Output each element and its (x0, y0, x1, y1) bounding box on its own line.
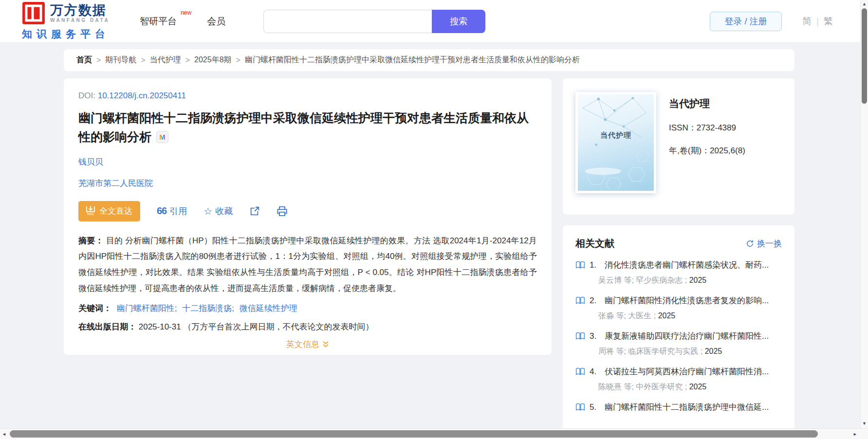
breadcrumb-separator: > (141, 56, 145, 65)
brand-tagline: 知识服务平台 (22, 27, 110, 41)
vertical-scrollbar-thumb[interactable] (862, 8, 867, 104)
related-item-title[interactable]: 幽门螺杆菌阳性消化性溃疡患者复发的影响... (605, 295, 769, 306)
cite-button[interactable]: 66 引用 (157, 205, 187, 217)
related-item-number: 3. (590, 331, 600, 341)
search-input[interactable] (263, 10, 432, 33)
horizontal-scrollbar-thumb[interactable] (10, 430, 818, 438)
english-info-toggle[interactable]: 英文信息 (286, 339, 329, 350)
related-item-number: 1. (590, 260, 600, 270)
metrics-m-badge[interactable]: M (156, 131, 168, 143)
keywords-label: 关键词： (78, 304, 111, 313)
related-item-title[interactable]: 伏诺拉生与阿莫西林治疗幽门螺杆菌阳性消... (605, 366, 769, 377)
issn-value: 2732-4389 (697, 123, 736, 132)
related-item-number: 2. (590, 296, 600, 306)
scroll-down-icon[interactable]: ▼ (861, 420, 868, 427)
related-item: 2. 幽门螺杆菌阳性消化性溃疡患者复发的影响... 张淼 等; 大医生 ; 20… (575, 295, 782, 321)
scroll-left-icon[interactable]: ◄ (2, 429, 6, 439)
book-icon (575, 332, 585, 340)
related-item: 3. 康复新液辅助四联疗法治疗幽门螺杆菌阳性... 周将 等; 临床医学研究与实… (575, 330, 782, 357)
abstract-label: 摘要： (78, 236, 104, 245)
vertical-scrollbar[interactable]: ▲ ▼ (860, 0, 868, 428)
book-icon (575, 403, 585, 411)
breadcrumb-item-home[interactable]: 首页 (76, 55, 92, 65)
search-button[interactable]: 搜索 (432, 10, 485, 33)
language-switch: 简 | 繁 (802, 15, 833, 28)
horizontal-scrollbar[interactable]: ◄ ► (0, 428, 868, 439)
fulltext-button[interactable]: free 全文直达 (78, 201, 140, 221)
related-articles-title: 相关文献 (575, 237, 614, 250)
related-articles-card: 相关文献 换一换 (563, 225, 794, 439)
related-item-year: 2025 (689, 276, 707, 284)
related-item-year: 2025 (705, 347, 722, 355)
header: 万方数据 WANFANG DATA 知识服务平台 智研平台 new 会员 搜索 … (0, 0, 868, 43)
journal-card: 当代护理 当代护理 ISSN：2732-4389 年,卷(期)：2025,6(8… (563, 78, 794, 215)
search-bar: 搜索 (263, 10, 485, 33)
author-link[interactable]: 钱贝贝 (78, 157, 103, 166)
publish-date: 2025-10-31 (139, 322, 181, 331)
lang-traditional[interactable]: 繁 (824, 15, 833, 28)
keyword-link[interactable]: 微信延续性护理 (240, 304, 297, 313)
scroll-up-icon[interactable]: ▲ (861, 0, 868, 8)
brand-name-en: WANFANG DATA (50, 18, 110, 23)
doi-link[interactable]: 10.12208/j.cn.20250411 (98, 91, 186, 100)
related-item-year: 2025 (658, 311, 676, 320)
related-item-number: 5. (590, 402, 600, 412)
publish-note: （万方平台首次上网日期，不代表论文的发表时间） (183, 322, 373, 331)
wanfang-logo-icon (22, 1, 45, 25)
login-register-button[interactable]: 登录 / 注册 (710, 12, 782, 31)
related-item: 1. 消化性溃疡患者幽门螺杆菌感染状况、耐药... 吴云博 等; 罕少疾病杂志 … (575, 259, 782, 286)
journal-name[interactable]: 当代护理 (669, 97, 745, 110)
article-title: 幽门螺杆菌阳性十二指肠溃疡护理中采取微信延续性护理干预对患者生活质量和依从性的影… (78, 109, 537, 146)
keywords-line: 关键词： 幽门螺杆菌阳性; 十二指肠溃疡; 微信延续性护理 (78, 303, 537, 314)
issn-label: ISSN： (669, 123, 697, 132)
volume-value: 2025,6(8) (710, 146, 745, 155)
institution-link[interactable]: 芜湖市第二人民医院 (78, 179, 153, 188)
refresh-related-button[interactable]: 换一换 (746, 238, 782, 249)
refresh-icon (746, 239, 754, 248)
right-sidebar: 当代护理 当代护理 ISSN：2732-4389 年,卷(期)：2025,6(8… (563, 78, 794, 439)
related-item: 4. 伏诺拉生与阿莫西林治疗幽门螺杆菌阳性消... 陈晓熹 等; 中外医学研究 … (575, 366, 782, 392)
related-item-meta: 张淼 等; 大医生 ; (598, 311, 658, 320)
keyword-link[interactable]: 幽门螺杆菌阳性; (117, 304, 177, 313)
publish-date-label: 在线出版日期： (78, 322, 136, 331)
print-button[interactable] (277, 206, 288, 217)
related-item-title[interactable]: 康复新液辅助四联疗法治疗幽门螺杆菌阳性... (605, 330, 769, 342)
volume-label: 年,卷(期)： (669, 146, 710, 155)
keyword-link[interactable]: 十二指肠溃疡; (182, 304, 234, 313)
book-icon (575, 367, 585, 376)
related-item-title[interactable]: 消化性溃疡患者幽门螺杆菌感染状况、耐药... (605, 259, 769, 271)
breadcrumb: 首页 > 期刊导航 > 当代护理 > 2025年8期 > 幽门螺杆菌阳性十二指肠… (64, 49, 794, 71)
double-chevron-down-icon (322, 341, 329, 348)
breadcrumb-separator: > (96, 56, 101, 65)
lang-divider: | (816, 16, 819, 27)
book-icon (575, 261, 585, 269)
favorite-button[interactable]: ☆ 收藏 (203, 205, 233, 217)
related-item-title[interactable]: 幽门螺杆菌阳性十二指肠溃疡护理中微信延... (605, 402, 769, 413)
nav-item-member[interactable]: 会员 (207, 15, 225, 28)
main-nav: 智研平台 new 会员 (140, 15, 225, 28)
related-item-year: 2025 (689, 383, 707, 391)
related-item-meta: 周将 等; 临床医学研究与实践 ; (598, 347, 705, 355)
related-item: 5. 幽门螺杆菌阳性十二指肠溃疡护理中微信延... (575, 402, 782, 413)
doi-label: DOI: (78, 91, 95, 100)
article-actions: free 全文直达 66 引用 ☆ 收藏 (78, 201, 537, 221)
share-button[interactable] (249, 206, 260, 217)
print-icon (277, 206, 288, 217)
scroll-right-icon[interactable]: ► (853, 429, 857, 439)
related-item-number: 4. (590, 367, 600, 377)
article-card: DOI: 10.12208/j.cn.20250411 幽门螺杆菌阳性十二指肠溃… (64, 78, 552, 355)
abstract: 摘要： 目的 分析幽门螺杆菌（HP）阳性十二指肠溃疡护理中采取微信延续性护理的效… (78, 233, 537, 297)
related-item-meta: 陈晓熹 等; 中外医学研究 ; (598, 383, 689, 391)
breadcrumb-item-journal[interactable]: 当代护理 (150, 55, 181, 65)
wanfang-logo[interactable]: 万方数据 WANFANG DATA 知识服务平台 (22, 1, 110, 41)
journal-cover[interactable]: 当代护理 (575, 92, 656, 193)
related-item-meta: 吴云博 等; 罕少疾病杂志 ; (598, 276, 689, 284)
breadcrumb-item-issue[interactable]: 2025年8期 (194, 55, 232, 65)
cite-quote-icon: 66 (157, 205, 166, 217)
breadcrumb-separator: > (185, 56, 190, 65)
nav-item-zhiyan[interactable]: 智研平台 new (140, 15, 177, 28)
breadcrumb-item-journal-nav[interactable]: 期刊导航 (105, 55, 136, 65)
brand-name-cn: 万方数据 (50, 3, 110, 17)
new-badge: new (181, 9, 191, 16)
lang-simplified[interactable]: 简 (802, 15, 812, 28)
